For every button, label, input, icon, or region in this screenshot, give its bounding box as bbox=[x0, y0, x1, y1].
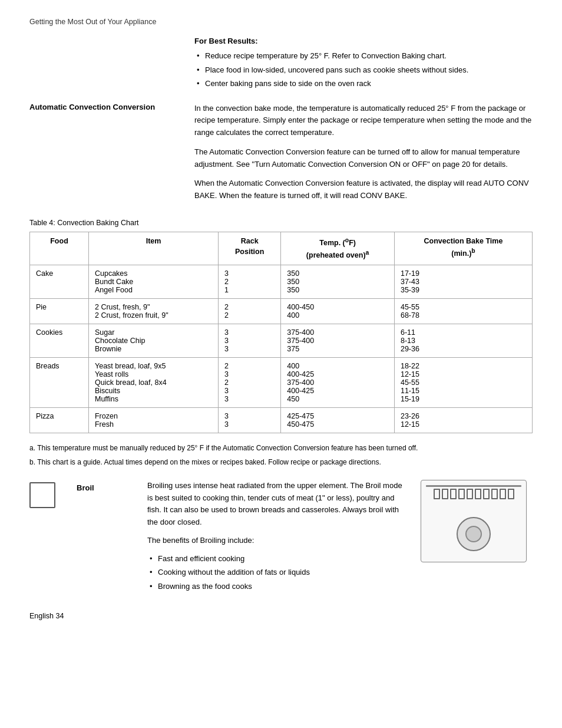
rack-pizza: 3 3 bbox=[219, 408, 281, 433]
best-results-list: Reduce recipe temperature by 25° F. Refe… bbox=[194, 50, 533, 90]
auto-convection-section: Automatic Convection Conversion In the c… bbox=[29, 103, 533, 210]
auto-convection-para-3: When the Automatic Convection Conversion… bbox=[194, 177, 533, 202]
time-pie: 45-55 68-78 bbox=[394, 299, 532, 324]
coil-9 bbox=[500, 489, 506, 499]
auto-convection-label: Automatic Convection Conversion bbox=[29, 103, 194, 210]
time-cookies: 6-11 8-13 29-36 bbox=[394, 324, 532, 358]
coil-7 bbox=[483, 489, 490, 499]
table-caption: Table 4: Convection Baking Chart bbox=[29, 219, 533, 227]
footnote-a: a. This temperature must be manually red… bbox=[29, 443, 533, 454]
table-row: Breads Yeast bread, loaf, 9x5 Yeast roll… bbox=[30, 358, 533, 408]
items-pie: 2 Crust, fresh, 9" 2 Crust, frozen fruit… bbox=[88, 299, 218, 324]
broil-para-2: The benefits of Broiling include: bbox=[147, 535, 409, 547]
best-results-item-2: Place food in low-sided, uncovered pans … bbox=[194, 64, 533, 76]
rack-cake: 3 2 1 bbox=[219, 265, 281, 299]
col-rack: RackPosition bbox=[219, 232, 281, 265]
broil-benefit-2: Cooking without the addition of fats or … bbox=[147, 566, 409, 578]
top-line bbox=[426, 485, 521, 487]
col-food: Food bbox=[30, 232, 89, 265]
col-temp: Temp. (oF)(preheated oven)a bbox=[281, 232, 395, 265]
items-pizza: Frozen Fresh bbox=[88, 408, 218, 433]
best-results-item-3: Center baking pans side to side on the o… bbox=[194, 78, 533, 90]
temp-pizza: 425-475 450-475 bbox=[281, 408, 395, 433]
coil-1 bbox=[434, 489, 440, 499]
col-time: Convection Bake Time(min.)b bbox=[394, 232, 532, 265]
cake-item-3: Angel Food bbox=[95, 286, 133, 294]
broil-benefit-3: Browning as the food cooks bbox=[147, 581, 409, 592]
best-results-section: For Best Results: Reduce recipe temperat… bbox=[194, 37, 533, 90]
header-text: Getting the Most Out of Your Appliance bbox=[29, 18, 156, 26]
table-row: Pie 2 Crust, fresh, 9" 2 Crust, frozen f… bbox=[30, 299, 533, 324]
temp-pie: 400-450 400 bbox=[281, 299, 395, 324]
footnote-b: b. This chart is a guide. Actual times d… bbox=[29, 457, 533, 468]
best-results-item-1: Reduce recipe temperature by 25° F. Refe… bbox=[194, 50, 533, 62]
broil-icon bbox=[29, 482, 55, 508]
food-cookies: Cookies bbox=[30, 324, 89, 358]
broil-image-col bbox=[421, 480, 533, 562]
table-row: Cookies Sugar Chocolate Chip Brownie 3 3… bbox=[30, 324, 533, 358]
cake-item-1: Cupcakes bbox=[95, 269, 128, 278]
coil-2 bbox=[442, 489, 448, 499]
table-row: Pizza Frozen Fresh 3 3 425-475 450-475 2… bbox=[30, 408, 533, 433]
coil-5 bbox=[467, 489, 473, 499]
broil-para-1: Broiling uses intense heat radiated from… bbox=[147, 480, 409, 529]
best-results-title: For Best Results: bbox=[194, 37, 533, 45]
page-header: Getting the Most Out of Your Appliance bbox=[29, 18, 533, 26]
coil-3 bbox=[450, 489, 457, 499]
page-footer: English 34 bbox=[29, 612, 533, 620]
time-breads: 18-22 12-15 45-55 11-15 15-19 bbox=[394, 358, 532, 408]
rack-pie: 2 2 bbox=[219, 299, 281, 324]
element-row bbox=[426, 489, 521, 499]
broil-label: Broil bbox=[77, 483, 94, 492]
table-row: Cake Cupcakes Bundt Cake Angel Food 3 2 … bbox=[30, 265, 533, 299]
broil-text-col: Broiling uses intense heat radiated from… bbox=[147, 480, 421, 594]
center-element bbox=[457, 517, 491, 551]
oven-diagram bbox=[421, 480, 527, 562]
time-pizza: 23-26 12-15 bbox=[394, 408, 532, 433]
coil-8 bbox=[491, 489, 498, 499]
temp-cookies: 375-400 375-400 375 bbox=[281, 324, 395, 358]
broil-section: Broil Broiling uses intense heat radiate… bbox=[29, 480, 533, 594]
coil-10 bbox=[508, 489, 514, 499]
rack-cookies: 3 3 3 bbox=[219, 324, 281, 358]
items-cake: Cupcakes Bundt Cake Angel Food bbox=[88, 265, 218, 299]
broil-label-col: Broil bbox=[77, 480, 147, 492]
temp-breads: 400 400-425 375-400 400-425 450 bbox=[281, 358, 395, 408]
auto-convection-para-2: The Automatic Convection Conversion feat… bbox=[194, 146, 533, 171]
auto-convection-content: In the convection bake mode, the tempera… bbox=[194, 103, 533, 210]
baking-chart-table: Food Item RackPosition Temp. (oF)(prehea… bbox=[29, 232, 533, 433]
food-pie: Pie bbox=[30, 299, 89, 324]
cake-item-2: Bundt Cake bbox=[95, 278, 133, 286]
food-cake: Cake bbox=[30, 265, 89, 299]
time-cake: 17-19 37-43 35-39 bbox=[394, 265, 532, 299]
table-header-row: Food Item RackPosition Temp. (oF)(prehea… bbox=[30, 232, 533, 265]
items-breads: Yeast bread, loaf, 9x5 Yeast rolls Quick… bbox=[88, 358, 218, 408]
footer-text: English 34 bbox=[29, 612, 64, 620]
center-inner bbox=[465, 526, 482, 542]
coil-6 bbox=[475, 489, 481, 499]
auto-convection-para-1: In the convection bake mode, the tempera… bbox=[194, 103, 533, 139]
items-cookies: Sugar Chocolate Chip Brownie bbox=[88, 324, 218, 358]
rack-breads: 2 3 2 3 3 bbox=[219, 358, 281, 408]
food-breads: Breads bbox=[30, 358, 89, 408]
broil-icon-col bbox=[29, 480, 77, 508]
coil-4 bbox=[458, 489, 465, 499]
broil-benefits-list: Fast and efficient cooking Cooking witho… bbox=[147, 553, 409, 592]
footnotes: a. This temperature must be manually red… bbox=[29, 443, 533, 467]
temp-cake: 350 350 350 bbox=[281, 265, 395, 299]
col-item: Item bbox=[88, 232, 218, 265]
broil-benefit-1: Fast and efficient cooking bbox=[147, 553, 409, 565]
food-pizza: Pizza bbox=[30, 408, 89, 433]
